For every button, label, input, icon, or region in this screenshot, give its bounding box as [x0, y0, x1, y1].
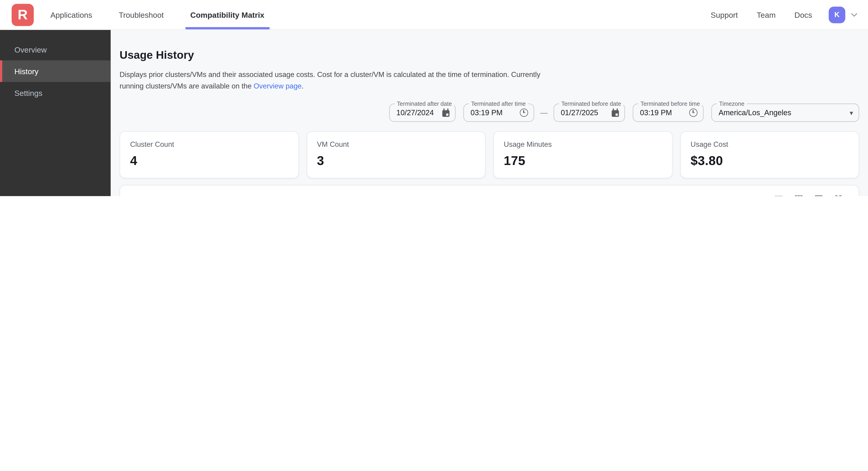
filter-field[interactable]: Timezone America/Los_Angeles ▾ [711, 104, 859, 122]
page-description: Displays prior clusters/VMs and their as… [120, 69, 552, 92]
stat-value: 175 [504, 153, 662, 169]
chevron-down-icon[interactable]: ▾ [850, 110, 853, 116]
nav-tab[interactable]: Applications [49, 0, 94, 29]
stat-card: Usage Minutes 175 [493, 131, 672, 178]
sidebar-item[interactable]: Overview [0, 39, 111, 60]
filter-field-value: 01/27/2025 [561, 109, 612, 117]
sidebar-menu: Overview History Settings [0, 39, 111, 104]
range-separator: — [540, 108, 548, 118]
stat-label: Usage Minutes [504, 140, 662, 148]
avatar[interactable]: K [829, 6, 845, 23]
brand-logo[interactable]: R [11, 4, 34, 26]
page-title: Usage History [120, 49, 859, 61]
nav-tab[interactable]: Compatibility Matrix [189, 0, 266, 29]
stat-label: VM Count [317, 140, 475, 148]
fullscreen-icon[interactable] [830, 190, 846, 196]
stat-value: 3 [317, 153, 475, 169]
stat-card: VM Count 3 [306, 131, 485, 178]
sidebar-item[interactable]: Settings [0, 82, 111, 104]
description-text: Displays prior clusters/VMs and their as… [120, 70, 540, 90]
stat-label: Usage Cost [691, 140, 849, 148]
app-window: R Applications Troubleshoot Compatibilit… [0, 0, 868, 196]
calendar-icon[interactable] [442, 110, 450, 117]
filter-field[interactable]: Terminated after time 03:19 PM ▾ [463, 104, 534, 122]
filter-field-label: Terminated after date [395, 100, 454, 107]
usage-table-card: Actions ↑↓ ↓ Name ↑↓ ↓ By ↑↓ ↓ Cost ↑↓ ↓… [120, 185, 859, 196]
clock-icon[interactable] [520, 109, 528, 117]
filter-field-label: Terminated before time [638, 100, 702, 107]
filter-field-value: 03:19 PM [640, 109, 689, 117]
nav-tab-label: Compatibility Matrix [190, 10, 265, 19]
sidebar: Overview History Settings [0, 30, 111, 196]
stat-label: Cluster Count [130, 140, 288, 148]
filter-field[interactable]: Terminated before date 01/27/2025 ▾ [554, 104, 625, 122]
stat-card: Usage Cost $3.80 [680, 131, 859, 178]
nav-link[interactable]: Docs [795, 10, 812, 19]
sidebar-item[interactable]: History [0, 60, 111, 82]
nav-tabs: Applications Troubleshoot Compatibility … [49, 0, 266, 29]
filter-field-value: America/Los_Angeles [718, 109, 849, 117]
filters-row: Terminated after date 10/27/2024 ▾ Termi… [120, 104, 859, 122]
description-suffix: . [302, 82, 304, 90]
stat-value: $3.80 [691, 153, 849, 169]
filter-field-label: Terminated after time [469, 100, 528, 107]
clock-icon[interactable] [689, 109, 698, 117]
nav-tab[interactable]: Troubleshoot [117, 0, 165, 29]
nav-tab-label: Applications [51, 10, 92, 19]
stat-card: Cluster Count 4 [120, 131, 299, 178]
stat-cards: Cluster Count 4 VM Count 3 Usage Minutes… [120, 131, 859, 178]
filter-field-value: 03:19 PM [471, 109, 520, 117]
filter-icon[interactable] [770, 190, 787, 196]
nav-links: SupportTeamDocs [711, 10, 812, 19]
main-content: Usage History Displays prior clusters/VM… [111, 30, 868, 196]
stat-value: 4 [130, 153, 288, 169]
top-nav: R Applications Troubleshoot Compatibilit… [0, 0, 868, 30]
filter-field-label: Timezone [717, 100, 747, 107]
calendar-icon[interactable] [612, 110, 619, 117]
sidebar-item-label: Overview [14, 45, 46, 54]
filter-field[interactable]: Terminated before time 03:19 PM ▾ [633, 104, 704, 122]
nav-link[interactable]: Support [711, 10, 738, 19]
nav-tab-label: Troubleshoot [119, 10, 163, 19]
filter-field[interactable]: Terminated after date 10/27/2024 ▾ [389, 104, 456, 122]
filter-field-value: 10/27/2024 [397, 109, 442, 117]
chevron-down-icon[interactable] [849, 10, 859, 20]
columns-icon[interactable] [790, 190, 806, 196]
density-icon[interactable] [810, 190, 827, 196]
overview-page-link[interactable]: Overview page [254, 82, 302, 90]
nav-link[interactable]: Team [757, 10, 776, 19]
filter-field-label: Terminated before date [559, 100, 623, 107]
sidebar-item-label: Settings [14, 88, 42, 97]
table-toolbar [120, 185, 859, 196]
sidebar-item-label: History [14, 67, 38, 76]
